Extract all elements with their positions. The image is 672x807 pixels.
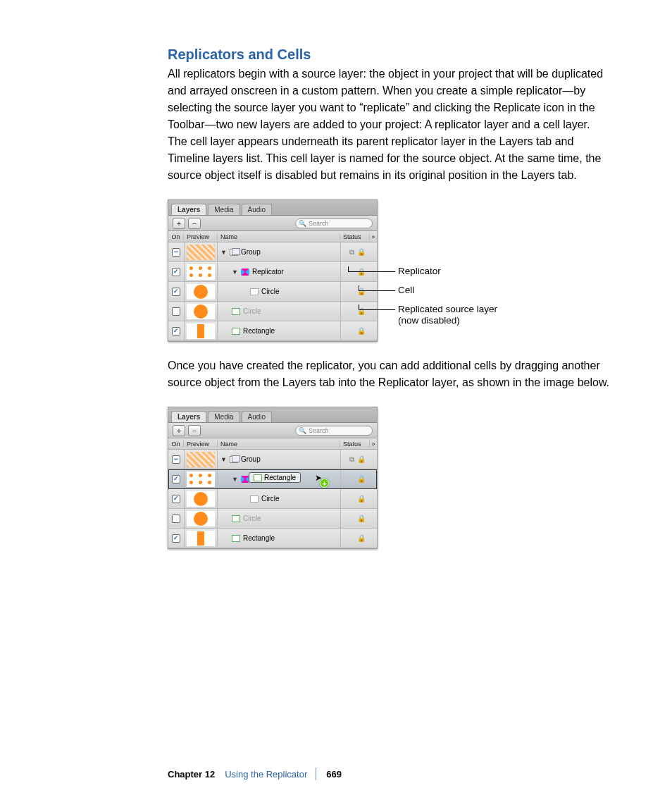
layers-panel-2: Layers Media Audio + − 🔍 Search On Previ…	[168, 407, 378, 549]
checkbox[interactable]	[172, 268, 180, 276]
add-button[interactable]: +	[173, 218, 185, 229]
tab-layers[interactable]: Layers	[171, 411, 206, 422]
layer-row-rectangle[interactable]: Rectangle 🔒	[168, 321, 377, 341]
search-placeholder: Search	[309, 220, 329, 227]
layer-row-cell-circle[interactable]: Circle 🔒	[168, 489, 377, 509]
shape-icon	[250, 495, 259, 503]
body-para-1: All replicators begin with a source laye…	[168, 66, 611, 184]
layer-row-replicator[interactable]: ▼Replicator 🔒	[168, 262, 377, 282]
layer-name: Circle	[261, 495, 280, 503]
lock-icon[interactable]: 🔒	[357, 327, 366, 335]
disclosure-icon[interactable]: ▼	[232, 269, 238, 276]
panel-toolbar: + − 🔍 Search	[168, 423, 377, 438]
hdr-overflow: »	[370, 441, 377, 448]
lock-icon[interactable]: 🔒	[357, 475, 366, 483]
remove-button[interactable]: −	[188, 218, 201, 229]
callout-replicator: Replicator	[398, 266, 441, 278]
hdr-name: Name	[218, 441, 340, 448]
preview-thumb	[187, 264, 215, 280]
remove-button[interactable]: −	[188, 425, 201, 436]
checkbox[interactable]	[172, 534, 180, 543]
tab-layers[interactable]: Layers	[171, 204, 206, 215]
tab-media[interactable]: Media	[208, 204, 239, 215]
disclosure-icon[interactable]: ▼	[220, 249, 227, 256]
group-icon	[230, 456, 238, 463]
search-input[interactable]: 🔍 Search	[295, 426, 373, 436]
layer-name: Group	[241, 248, 261, 256]
hdr-on: On	[168, 441, 184, 448]
layer-row-source-circle-disabled[interactable]: Circle 🔒	[168, 509, 377, 529]
layer-row-group[interactable]: ▼Group ⧉🔒	[168, 450, 377, 469]
shape-icon	[232, 535, 240, 542]
copy-plus-icon: +	[320, 479, 329, 488]
lock-icon[interactable]: 🔒	[357, 515, 366, 522]
hdr-status: Status	[340, 233, 370, 240]
column-headers: On Preview Name Status »	[168, 231, 377, 242]
replicator-icon	[241, 269, 249, 276]
checkbox[interactable]	[172, 248, 180, 257]
checkbox[interactable]	[172, 455, 180, 464]
callout-source-2: (now disabled)	[398, 315, 460, 327]
preview-thumb	[187, 284, 215, 300]
preview-thumb	[187, 324, 215, 339]
disclosure-icon[interactable]: ▼	[232, 476, 238, 483]
layer-name: Circle	[261, 288, 280, 295]
hdr-name: Name	[218, 233, 340, 240]
figure-1: Layers Media Audio + − 🔍 Search On Previ…	[168, 199, 611, 340]
search-icon: 🔍	[299, 220, 306, 227]
layer-row-rectangle[interactable]: Rectangle 🔒	[168, 529, 377, 548]
preview-thumb	[187, 472, 215, 487]
add-button[interactable]: +	[173, 425, 185, 436]
disclosure-icon[interactable]: ▼	[220, 456, 227, 463]
layer-row-cell-circle[interactable]: Circle 🔒	[168, 282, 377, 302]
footer-page-number: 669	[326, 769, 342, 780]
preview-thumb	[187, 531, 215, 546]
checkbox[interactable]	[172, 327, 180, 335]
hdr-status: Status	[340, 441, 370, 448]
footer-chapter-title: Using the Replicator	[225, 769, 307, 780]
checkbox[interactable]	[172, 515, 180, 523]
layer-name: Rectangle	[243, 327, 275, 335]
lock-icon[interactable]: 🔒	[357, 248, 366, 256]
layer-row-group[interactable]: ▼Group ⧉🔒	[168, 242, 377, 262]
checkbox[interactable]	[172, 475, 180, 483]
lock-icon[interactable]: 🔒	[357, 534, 366, 542]
lock-icon[interactable]: 🔒	[357, 495, 366, 503]
column-headers: On Preview Name Status »	[168, 438, 377, 450]
search-icon: 🔍	[299, 427, 306, 434]
footer-chapter-label: Chapter 12	[168, 769, 215, 780]
preview-thumb	[187, 452, 215, 467]
shape-icon	[254, 474, 262, 481]
shape-icon	[232, 515, 240, 522]
link-icon: ⧉	[349, 455, 354, 464]
layer-name: Circle	[243, 515, 261, 522]
preview-thumb	[187, 511, 215, 526]
layer-row-source-circle-disabled[interactable]: Circle 🔒	[168, 302, 377, 321]
checkbox[interactable]	[172, 495, 180, 503]
layer-row-replicator-drop[interactable]: ▼Replicator 🔒 Rectangle ➤ +	[168, 469, 377, 489]
search-input[interactable]: 🔍 Search	[295, 218, 373, 228]
search-placeholder: Search	[309, 427, 329, 434]
tab-audio[interactable]: Audio	[242, 411, 273, 422]
shape-icon	[232, 328, 240, 335]
shape-icon	[232, 308, 240, 315]
lock-icon[interactable]: 🔒	[357, 455, 366, 463]
figure-2: Layers Media Audio + − 🔍 Search On Previ…	[168, 407, 611, 549]
tab-media[interactable]: Media	[208, 411, 239, 422]
preview-thumb	[187, 304, 215, 319]
hdr-on: On	[168, 233, 184, 240]
panel-tabs: Layers Media Audio	[168, 200, 377, 216]
callout-cell: Cell	[398, 285, 414, 297]
page-footer: Chapter 12 Using the Replicator 669	[168, 768, 611, 780]
tab-audio[interactable]: Audio	[242, 204, 273, 215]
checkbox[interactable]	[172, 288, 180, 296]
checkbox[interactable]	[172, 307, 180, 316]
callout-source-1: Replicated source layer	[398, 304, 497, 316]
hdr-overflow: »	[370, 233, 377, 240]
shape-icon	[250, 288, 259, 295]
layers-panel-1: Layers Media Audio + − 🔍 Search On Previ…	[168, 199, 378, 342]
body-para-2: Once you have created the replicator, yo…	[168, 357, 611, 391]
group-icon	[230, 249, 238, 256]
layer-name: Rectangle	[243, 534, 275, 542]
drag-ghost-label: Rectangle	[264, 474, 296, 481]
